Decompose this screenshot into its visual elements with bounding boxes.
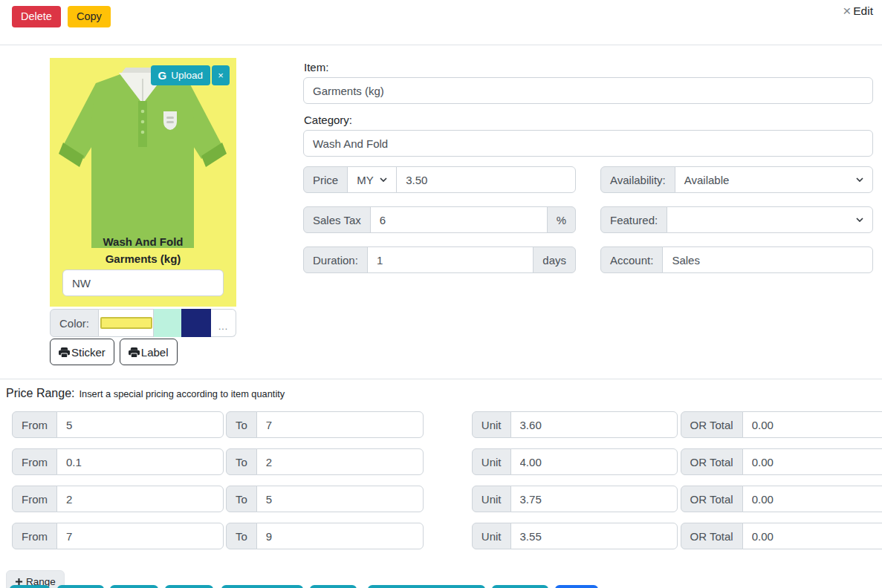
print-label-button[interactable]: Label	[120, 339, 178, 365]
color-option-navy[interactable]	[181, 309, 211, 337]
from-input[interactable]	[56, 486, 224, 512]
duration-group: Duration: days	[303, 246, 576, 273]
availability-group: Availability: Available	[600, 166, 873, 193]
account-label: Account:	[600, 246, 663, 273]
unit-price-input[interactable]	[510, 448, 678, 475]
print-sticker-button[interactable]: Sticker	[50, 339, 114, 365]
chevron-down-icon	[856, 218, 863, 222]
color-option-mint[interactable]	[154, 309, 181, 337]
bottom-cutoff-button[interactable]	[10, 585, 50, 588]
days-suffix: days	[533, 246, 576, 273]
unit-label: Unit	[472, 486, 511, 512]
or-total-input[interactable]	[742, 411, 882, 438]
from-group: From	[12, 411, 224, 438]
label-label: Label	[141, 346, 169, 359]
bottom-cutoff-button[interactable]	[110, 585, 158, 588]
edit-toggle[interactable]: × Edit	[843, 4, 873, 18]
bottom-cutoff-button[interactable]	[221, 585, 303, 588]
card-title-line1: Wash And Fold	[50, 233, 236, 250]
price-range-subtitle: Insert a special pricing according to it…	[80, 388, 285, 399]
from-input[interactable]	[56, 523, 224, 549]
unit-price-input[interactable]	[510, 486, 678, 512]
bottom-cutoff-button[interactable]	[310, 585, 357, 588]
account-input[interactable]	[662, 246, 873, 273]
from-group: From	[12, 523, 224, 549]
or-total-label: OR Total	[681, 448, 743, 475]
price-range-row: From To Unit OR Total Duration	[6, 486, 867, 512]
from-label: From	[12, 523, 57, 549]
to-input[interactable]	[256, 523, 424, 549]
or-total-group: OR Total	[681, 448, 882, 475]
or-total-label: OR Total	[681, 486, 743, 512]
to-input[interactable]	[256, 411, 424, 438]
sales-tax-group: Sales Tax %	[303, 206, 576, 233]
bottom-cutoff-button[interactable]	[555, 585, 598, 588]
item-label: Item:	[304, 61, 873, 74]
category-input[interactable]	[303, 130, 873, 157]
price-input[interactable]	[396, 166, 576, 193]
price-range-row: From To Unit OR Total Duration	[6, 448, 867, 475]
plus-icon	[15, 578, 23, 586]
item-input[interactable]	[303, 77, 873, 104]
google-g-icon: G	[158, 71, 167, 80]
duration-label: Duration:	[303, 246, 368, 273]
unit-label: Unit	[472, 448, 511, 475]
featured-group: Featured:	[600, 206, 873, 233]
price-range-section: Price Range: Insert a special pricing ac…	[6, 387, 867, 588]
more-colors-button[interactable]: ...	[211, 309, 236, 337]
bottom-cutoff-button[interactable]	[57, 585, 104, 588]
unit-group: Unit	[472, 523, 678, 549]
upload-controls: G Upload ×	[151, 65, 230, 85]
or-total-input[interactable]	[742, 523, 882, 549]
unit-group: Unit	[472, 486, 678, 512]
unit-price-input[interactable]	[510, 411, 678, 438]
duration-input[interactable]	[367, 246, 534, 273]
divider-top	[0, 45, 882, 45]
from-group: From	[12, 486, 224, 512]
upload-close-button[interactable]: ×	[212, 65, 230, 85]
edit-label: Edit	[853, 4, 873, 18]
delete-button[interactable]: Delete	[12, 6, 61, 27]
item-form: Item: Category: Price MY Availability: A…	[303, 58, 873, 273]
current-color-cell[interactable]	[99, 309, 154, 337]
to-label: To	[226, 411, 257, 438]
bottom-cutoff-button[interactable]	[165, 585, 213, 588]
price-range-row: From To Unit OR Total Duration	[6, 411, 867, 438]
to-input[interactable]	[256, 486, 424, 512]
featured-select[interactable]	[667, 206, 873, 233]
tax-featured-row: Sales Tax % Featured:	[303, 206, 873, 233]
currency-select[interactable]: MY	[347, 166, 397, 193]
item-image-panel: G Upload × Wash And Fold Garments (kg) C…	[50, 58, 236, 365]
to-group: To	[226, 411, 424, 438]
bottom-cutoff-button[interactable]	[368, 585, 485, 588]
close-icon: ×	[843, 6, 851, 16]
unit-price-input[interactable]	[510, 523, 678, 549]
sales-tax-input[interactable]	[370, 206, 548, 233]
bottom-cutoff-button[interactable]	[492, 585, 548, 588]
availability-label: Availability:	[600, 166, 675, 193]
featured-label: Featured:	[600, 206, 667, 233]
to-input[interactable]	[256, 448, 424, 475]
or-total-input[interactable]	[742, 486, 882, 512]
copy-button[interactable]: Copy	[68, 6, 111, 27]
price-availability-row: Price MY Availability: Available	[303, 166, 873, 193]
price-label: Price	[303, 166, 348, 193]
to-label: To	[226, 448, 257, 475]
color-label: Color:	[50, 309, 99, 337]
upload-button[interactable]: G Upload	[151, 65, 210, 85]
availability-select[interactable]: Available	[675, 166, 873, 193]
polo-shirt-image	[50, 58, 236, 248]
item-card: G Upload × Wash And Fold Garments (kg)	[50, 58, 236, 307]
item-code-input[interactable]	[62, 270, 224, 296]
or-total-input[interactable]	[742, 448, 882, 475]
from-input[interactable]	[56, 411, 224, 438]
or-total-label: OR Total	[681, 411, 743, 438]
chevron-down-icon	[380, 177, 387, 182]
from-group: From	[12, 448, 224, 475]
price-range-rows: From To Unit OR Total Duration From	[6, 411, 867, 549]
price-group: Price MY	[303, 166, 576, 193]
unit-label: Unit	[472, 411, 511, 438]
from-input[interactable]	[56, 448, 224, 475]
from-label: From	[12, 486, 57, 512]
printer-icon	[59, 347, 70, 358]
